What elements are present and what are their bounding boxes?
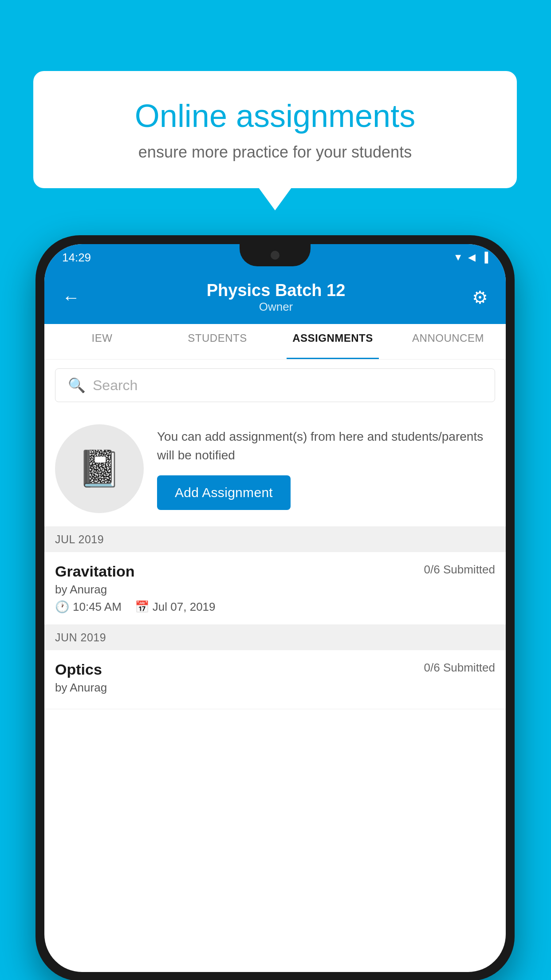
wifi-icon: ▼ bbox=[453, 252, 463, 263]
header-title: Physics Batch 12 bbox=[207, 281, 346, 300]
assignment-date: Jul 07, 2019 bbox=[153, 600, 216, 614]
tab-students[interactable]: STUDENTS bbox=[160, 324, 275, 359]
status-time: 14:29 bbox=[62, 251, 91, 265]
assignment-submitted: 0/6 Submitted bbox=[424, 563, 495, 577]
assignment-author: by Anurag bbox=[55, 583, 495, 597]
assignment-submitted-optics: 0/6 Submitted bbox=[424, 661, 495, 675]
back-button[interactable]: ← bbox=[62, 288, 80, 308]
search-bar[interactable]: 🔍 Search bbox=[55, 368, 495, 402]
promo-right: You can add assignment(s) from here and … bbox=[157, 427, 495, 510]
assignment-item-optics[interactable]: Optics 0/6 Submitted by Anurag bbox=[44, 650, 506, 709]
tabs-container: IEW STUDENTS ASSIGNMENTS ANNOUNCEM bbox=[44, 324, 506, 360]
search-placeholder: Search bbox=[93, 377, 138, 394]
tab-assignments[interactable]: ASSIGNMENTS bbox=[275, 324, 390, 359]
month-header-jul: JUL 2019 bbox=[44, 527, 506, 552]
speech-bubble-subtitle: ensure more practice for your students bbox=[64, 143, 486, 162]
speech-bubble: Online assignments ensure more practice … bbox=[33, 71, 517, 188]
add-assignment-button[interactable]: Add Assignment bbox=[157, 475, 291, 510]
meta-time: 🕐 10:45 AM bbox=[55, 600, 122, 614]
assignment-row-top: Gravitation 0/6 Submitted bbox=[55, 563, 495, 580]
assignment-name: Gravitation bbox=[55, 563, 134, 580]
assignment-name-optics: Optics bbox=[55, 661, 102, 678]
camera-dot bbox=[271, 251, 279, 260]
assignment-item-gravitation[interactable]: Gravitation 0/6 Submitted by Anurag 🕐 10… bbox=[44, 552, 506, 625]
assignment-meta: 🕐 10:45 AM 📅 Jul 07, 2019 bbox=[55, 600, 495, 614]
header-title-group: Physics Batch 12 Owner bbox=[207, 281, 346, 314]
tab-announcements[interactable]: ANNOUNCEM bbox=[390, 324, 506, 359]
battery-icon: ▐ bbox=[481, 252, 488, 263]
status-bar: 14:29 ▼ ◀ ▐ bbox=[44, 244, 506, 271]
speech-bubble-title: Online assignments bbox=[64, 98, 486, 134]
assignment-time: 10:45 AM bbox=[73, 600, 122, 614]
promo-section: 📓 You can add assignment(s) from here an… bbox=[44, 411, 506, 527]
search-icon: 🔍 bbox=[68, 377, 86, 394]
promo-text: You can add assignment(s) from here and … bbox=[157, 427, 495, 465]
settings-icon[interactable]: ⚙ bbox=[472, 287, 488, 308]
meta-date: 📅 Jul 07, 2019 bbox=[135, 600, 216, 614]
assignment-author-optics: by Anurag bbox=[55, 681, 495, 695]
status-icons: ▼ ◀ ▐ bbox=[453, 252, 488, 263]
notch bbox=[240, 244, 311, 266]
speech-bubble-container: Online assignments ensure more practice … bbox=[33, 71, 517, 188]
month-header-jun: JUN 2019 bbox=[44, 625, 506, 650]
assignment-row-top-optics: Optics 0/6 Submitted bbox=[55, 661, 495, 678]
app-header: ← Physics Batch 12 Owner ⚙ bbox=[44, 271, 506, 324]
header-subtitle: Owner bbox=[207, 300, 346, 314]
clock-icon: 🕐 bbox=[55, 600, 69, 614]
tab-iew[interactable]: IEW bbox=[44, 324, 160, 359]
notebook-icon: 📓 bbox=[77, 448, 122, 490]
content-area: 🔍 Search 📓 You can add assignment(s) fro… bbox=[44, 360, 506, 709]
phone-inner: 14:29 ▼ ◀ ▐ ← Physics Batch 12 Owner ⚙ I… bbox=[44, 244, 506, 972]
phone-frame: 14:29 ▼ ◀ ▐ ← Physics Batch 12 Owner ⚙ I… bbox=[35, 235, 515, 980]
calendar-icon: 📅 bbox=[135, 600, 149, 614]
signal-icon: ◀ bbox=[468, 252, 476, 263]
search-container: 🔍 Search bbox=[44, 360, 506, 411]
assignment-icon-circle: 📓 bbox=[55, 424, 144, 513]
